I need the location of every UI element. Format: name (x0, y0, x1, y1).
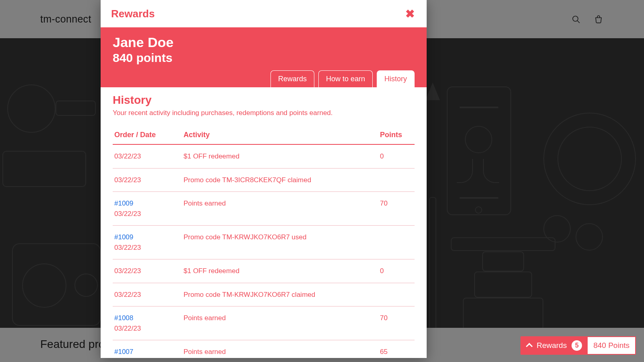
cell-order-date: #100703/22/23 (113, 340, 182, 358)
order-link[interactable]: #1007 (114, 348, 133, 356)
cell-points (378, 226, 415, 259)
table-row: #100703/22/23Points earned65 (113, 340, 415, 358)
rewards-widget-toggle[interactable]: Rewards 5 (521, 337, 588, 354)
cell-points: 0 (378, 144, 415, 168)
cell-activity: Points earned (182, 340, 378, 358)
modal-tabs: Rewards How to earn History (113, 70, 415, 87)
chevron-up-icon (526, 343, 533, 350)
cell-order-date: #100903/22/23 (113, 226, 182, 259)
cell-date: 03/22/23 (114, 325, 141, 332)
history-table: Order / Date Activity Points 03/22/23$1 … (113, 127, 415, 358)
cell-order-date: #100803/22/23 (113, 306, 182, 340)
col-order-date: Order / Date (113, 127, 182, 144)
cell-order-date: #100903/22/23 (113, 192, 182, 226)
cell-date: 03/22/23 (114, 291, 141, 298)
rewards-widget-points[interactable]: 840 Points (588, 337, 635, 354)
tab-history[interactable]: History (377, 70, 415, 87)
history-heading: History (113, 94, 415, 107)
cell-activity: Points earned (182, 192, 378, 226)
cell-points: 0 (378, 259, 415, 283)
col-points: Points (378, 127, 415, 144)
cell-order-date: 03/22/23 (113, 168, 182, 192)
cell-date: 03/22/23 (114, 244, 141, 251)
close-icon[interactable]: ✖ (402, 6, 418, 22)
rewards-widget-label: Rewards (537, 341, 567, 350)
history-subheading: Your recent activity including purchases… (113, 109, 415, 117)
table-row: 03/22/23$1 OFF redeemed0 (113, 144, 415, 168)
customer-summary: Jane Doe 840 points Rewards How to earn … (101, 27, 427, 87)
col-activity: Activity (182, 127, 378, 144)
cell-points (378, 168, 415, 192)
table-row: 03/22/23Promo code TM-KRWJKO7KO6R7 claim… (113, 283, 415, 306)
cell-date: 03/22/23 (114, 152, 141, 160)
table-row: #100903/22/23Points earned70 (113, 192, 415, 226)
table-row: 03/22/23$1 OFF redeemed0 (113, 259, 415, 283)
cell-activity: Promo code TM-KRWJKO7KO6R7 claimed (182, 283, 378, 306)
cell-points: 70 (378, 306, 415, 340)
cell-points: 70 (378, 192, 415, 226)
cell-order-date: 03/22/23 (113, 144, 182, 168)
cell-activity: $1 OFF redeemed (182, 144, 378, 168)
order-link[interactable]: #1009 (114, 200, 133, 207)
rewards-widget[interactable]: Rewards 5 840 Points (520, 336, 636, 355)
history-panel: History Your recent activity including p… (101, 87, 427, 358)
cell-date: 03/22/23 (114, 267, 141, 275)
tab-how-to-earn[interactable]: How to earn (318, 70, 373, 87)
cell-activity: Points earned (182, 306, 378, 340)
table-row: 03/22/23Promo code TM-3ICR8CKEK7QF claim… (113, 168, 415, 192)
modal-title: Rewards (111, 8, 155, 20)
table-row: #100803/22/23Points earned70 (113, 306, 415, 340)
cell-activity: $1 OFF redeemed (182, 259, 378, 283)
cell-date: 03/22/23 (114, 210, 141, 218)
order-link[interactable]: #1009 (114, 233, 133, 241)
modal-scroll-area[interactable]: Jane Doe 840 points Rewards How to earn … (101, 27, 427, 358)
table-row: #100903/22/23Promo code TM-KRWJKO7KO6R7 … (113, 226, 415, 259)
cell-order-date: 03/22/23 (113, 259, 182, 283)
tab-rewards[interactable]: Rewards (270, 70, 314, 87)
modal-header: Rewards ✖ (101, 0, 427, 27)
cell-date: 03/22/23 (114, 176, 141, 184)
customer-name: Jane Doe (113, 35, 415, 50)
order-link[interactable]: #1008 (114, 314, 133, 322)
cell-points (378, 283, 415, 306)
rewards-widget-count: 5 (572, 340, 582, 351)
customer-points: 840 points (113, 51, 415, 65)
rewards-modal: Rewards ✖ Jane Doe 840 points Rewards Ho… (101, 0, 427, 358)
cell-activity: Promo code TM-KRWJKO7KO6R7 used (182, 226, 378, 259)
cell-points: 65 (378, 340, 415, 358)
cell-order-date: 03/22/23 (113, 283, 182, 306)
cell-activity: Promo code TM-3ICR8CKEK7QF claimed (182, 168, 378, 192)
